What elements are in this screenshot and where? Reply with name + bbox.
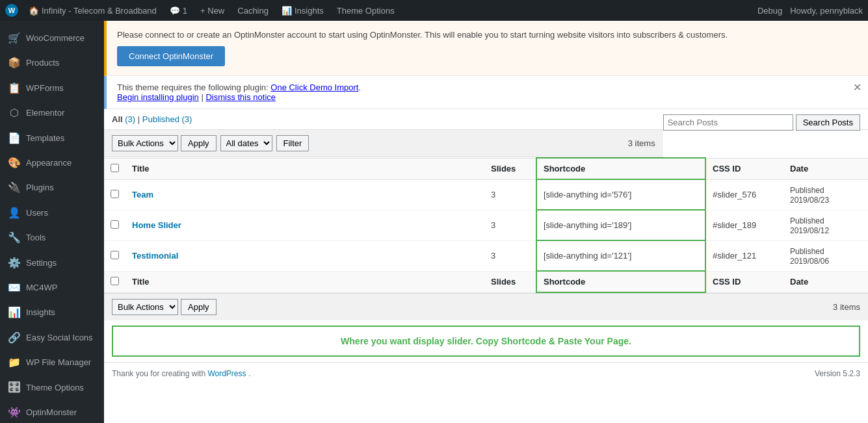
view-all-link[interactable]: All (3) (112, 114, 138, 124)
published-link-text: Published (142, 114, 179, 124)
sidebar-item-label: MC4WP (26, 282, 57, 294)
row-checkbox[interactable] (111, 220, 119, 229)
search-input[interactable] (663, 114, 793, 131)
sidebar-item-wpforms[interactable]: 📋 WPForms (0, 76, 104, 101)
row-checkbox-cell (104, 240, 125, 271)
sidebar-item-label: Elementor (26, 107, 64, 119)
apply-bulk-button[interactable]: Apply (181, 135, 217, 151)
adminbar-insights[interactable]: 📊 Insights (276, 6, 329, 16)
products-icon: 📦 (8, 56, 21, 70)
adminbar-site[interactable]: 🏠 Infinity - Telecom & Broadband (23, 6, 162, 16)
sidebar-item-theme-options[interactable]: 🎛️ Theme Options (0, 375, 104, 400)
debug-label[interactable]: Debug (757, 6, 782, 16)
sidebar-item-templates[interactable]: 📄 Templates (0, 126, 104, 151)
th-shortcode[interactable]: Shortcode (536, 158, 705, 179)
footer-wordpress-text: WordPress (207, 369, 246, 378)
sidebar-item-label: Easy Social Icons (26, 332, 93, 344)
tfoot-date[interactable]: Date (783, 271, 868, 292)
th-title[interactable]: Title (125, 158, 484, 179)
th-checkbox (104, 158, 125, 179)
row-title-link[interactable]: Home Slider (132, 220, 181, 230)
tfoot-shortcode[interactable]: Shortcode (536, 271, 705, 292)
apply-bulk-bottom-button[interactable]: Apply (181, 299, 217, 315)
content-wrap: Please connect to or create an OptinMons… (104, 21, 868, 423)
sidebar-item-label: Appearance (26, 157, 72, 169)
footer-thank-you: Thank you for creating with WordPress . (112, 369, 250, 378)
sidebar-item-label: Theme Options (26, 382, 84, 394)
row-title-link[interactable]: Team (132, 190, 153, 199)
row-shortcode-cell: [slide-anything id='576'] (536, 179, 705, 210)
bulk-actions-bottom-select[interactable]: Bulk Actions (112, 299, 178, 315)
all-dates-select[interactable]: All dates (220, 135, 272, 151)
theme-options-icon: 🎛️ (8, 380, 21, 394)
dismiss-notice-link[interactable]: Dismiss this notice (205, 92, 276, 102)
plugin-link[interactable]: One Click Demo Import (270, 83, 358, 92)
th-css-id[interactable]: CSS ID (705, 158, 783, 179)
sidebar-item-settings[interactable]: ⚙️ Settings (0, 251, 104, 276)
select-all-checkbox-bottom[interactable] (111, 277, 119, 285)
row-css-id-value: #slider_121 (713, 251, 756, 261)
sidebar-item-optinmonster[interactable]: 👾 OptinMonster (0, 400, 104, 423)
footer-wordpress-link[interactable]: WordPress (207, 369, 248, 378)
elementor-icon: ⬡ (8, 106, 21, 120)
bar-chart-icon: 📊 (282, 6, 292, 16)
filter-button[interactable]: Filter (276, 135, 309, 151)
theme-options-label: Theme Options (337, 6, 395, 16)
sidebar-item-woocommerce[interactable]: 🛒 WooCommerce (0, 26, 104, 51)
row-css-id-value: #slider_189 (713, 220, 756, 230)
sidebar-item-wp-file-manager[interactable]: 📁 WP File Manager (0, 350, 104, 375)
th-date[interactable]: Date (783, 158, 868, 179)
select-all-checkbox-top[interactable] (111, 164, 119, 172)
settings-icon: ⚙️ (8, 256, 21, 270)
adminbar-theme-options[interactable]: Theme Options (332, 6, 400, 16)
row-checkbox-cell (104, 179, 125, 210)
row-title-cell: Home Slider (125, 210, 484, 240)
sidebar-item-plugins[interactable]: 🔌 Plugins (0, 175, 104, 200)
search-posts-button[interactable]: Search Posts (796, 114, 860, 131)
sidebar-item-label: WPForms (26, 83, 64, 94)
begin-installing-link[interactable]: Begin installing plugin (117, 92, 199, 102)
plugin-notice-prefix: This theme requires the following plugin… (117, 83, 270, 92)
tfoot-css-id[interactable]: CSS ID (705, 271, 783, 292)
adminbar-comments[interactable]: 💬 1 (164, 6, 192, 16)
templates-icon: 📄 (8, 131, 21, 146)
row-slides-cell: 3 (484, 179, 536, 210)
install-label: Begin installing plugin (117, 92, 199, 102)
sidebar-item-elementor[interactable]: ⬡ Elementor (0, 101, 104, 125)
bulk-actions-select[interactable]: Bulk Actions (112, 135, 178, 151)
row-checkbox[interactable] (111, 251, 119, 259)
tablenav-top: Bulk Actions Apply All dates Filter 3 it… (104, 130, 663, 157)
sidebar-item-mc4wp[interactable]: ✉️ MC4WP (0, 276, 104, 300)
view-published-link[interactable]: Published (3) (142, 114, 192, 124)
adminbar-caching[interactable]: Caching (232, 6, 274, 16)
tfoot-checkbox (104, 271, 125, 292)
tfoot-slides-text: Slides (491, 277, 516, 287)
tfoot-css-id-text: CSS ID (713, 277, 741, 287)
tfoot-title-text: Title (132, 277, 150, 287)
table-row: Team 3 [slide-anything id='576'] #slider… (104, 179, 868, 210)
posts-table: Title Slides Shortcode CSS ID Date (104, 157, 868, 293)
row-date: 2019/08/23 (790, 196, 829, 205)
wpforms-icon: 📋 (8, 81, 21, 96)
sidebar-item-label: Products (26, 57, 59, 69)
sidebar-item-label: WooCommerce (26, 32, 85, 44)
sidebar-item-insights[interactable]: 📊 Insights (0, 300, 104, 325)
tfoot-slides[interactable]: Slides (484, 271, 536, 292)
th-slides[interactable]: Slides (484, 158, 536, 179)
adminbar-new[interactable]: + New (195, 6, 230, 16)
sidebar-item-appearance[interactable]: 🎨 Appearance (0, 151, 104, 175)
plugin-notice: This theme requires the following plugin… (104, 76, 868, 109)
sidebar-item-easy-social-icons[interactable]: 🔗 Easy Social Icons (0, 326, 104, 350)
row-checkbox[interactable] (111, 190, 119, 198)
sidebar-item-products[interactable]: 📦 Products (0, 51, 104, 75)
wp-logo[interactable]: W (5, 4, 18, 17)
row-title-link[interactable]: Testimonial (132, 251, 178, 261)
sidebar-item-tools[interactable]: 🔧 Tools (0, 225, 104, 250)
tfoot-title[interactable]: Title (125, 271, 484, 292)
row-checkbox-cell (104, 210, 125, 240)
connect-optinmonster-button[interactable]: Connect OptinMonster (117, 46, 225, 66)
howdy-label[interactable]: Howdy, pennyblack (790, 6, 863, 16)
tooltip-text: Where you want display slider. Copy Shor… (126, 336, 846, 346)
dismiss-button[interactable]: ✕ (853, 81, 861, 94)
sidebar-item-users[interactable]: 👤 Users (0, 201, 104, 225)
